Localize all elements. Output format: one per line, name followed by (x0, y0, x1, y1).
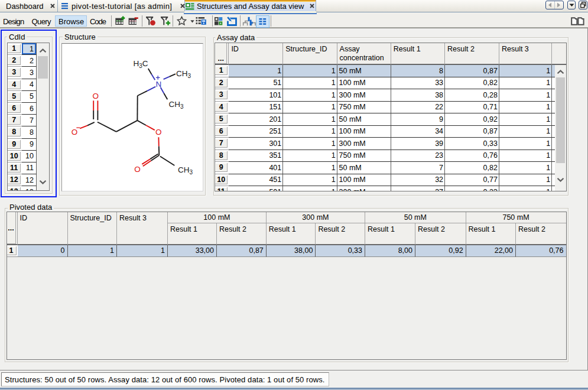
svg-text:O: O (72, 128, 78, 136)
svg-text:CH3: CH3 (178, 165, 193, 176)
svg-text:O: O (155, 127, 162, 136)
svg-text:O: O (134, 164, 141, 173)
svg-text:H3C: H3C (134, 59, 148, 69)
svg-text:O: O (93, 92, 99, 100)
svg-text:CH3: CH3 (176, 69, 191, 79)
svg-text:N: N (156, 79, 162, 88)
svg-text:CH3: CH3 (169, 100, 184, 110)
